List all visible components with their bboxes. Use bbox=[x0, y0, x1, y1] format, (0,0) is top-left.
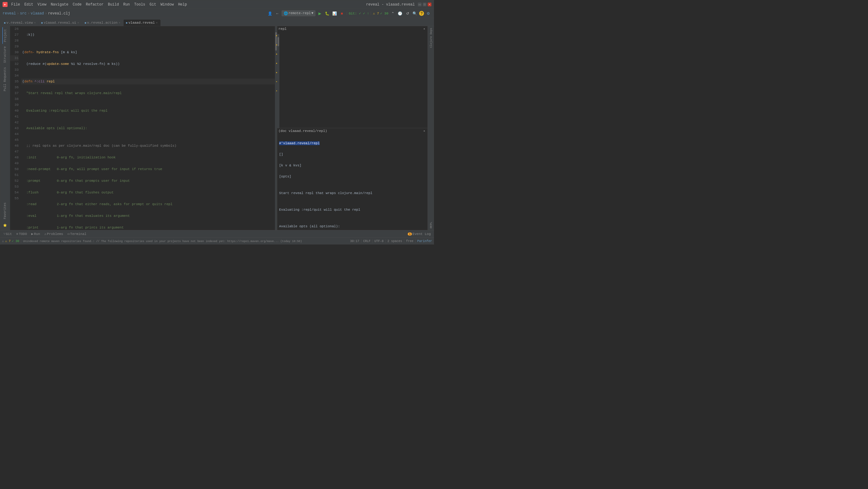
tab-bar: v.reveal.view × vlaaad.reveal.ui × v.rev… bbox=[0, 18, 434, 26]
sidebar-tab-project[interactable]: Project bbox=[2, 27, 8, 44]
history-button[interactable]: 🕐 bbox=[397, 10, 403, 16]
breadcrumb-reveal[interactable]: reveal bbox=[3, 11, 16, 16]
sidebar-tab-favorites[interactable]: Favorites bbox=[3, 201, 8, 221]
status-warning-count: ⚠ 7 bbox=[5, 239, 11, 243]
code-lines[interactable]: :k)) (defn- hydrate-fns [m & ks] (reduce… bbox=[21, 26, 275, 230]
code-line-41: :prompt 0-arg fn that prompts user for i… bbox=[21, 178, 275, 184]
menu-navigate[interactable]: Navigate bbox=[49, 2, 70, 7]
menu-run[interactable]: Run bbox=[121, 2, 132, 7]
code-line-43: :read 2-arg fn that either reads, asks f… bbox=[21, 201, 275, 207]
tab-close-vlaaad-reveal[interactable]: × bbox=[156, 21, 158, 24]
revert-button[interactable]: ↺ bbox=[404, 10, 411, 16]
code-line-42: :flush 0-arg fn that flushes output bbox=[21, 190, 275, 196]
line-numbers: 26 27 28 29 30 31 32 33 34 35 36 37 38 3… bbox=[10, 26, 21, 230]
tab-close-vlaaad-reveal-ui[interactable]: × bbox=[77, 21, 79, 24]
bottom-tab-problems[interactable]: ⚠ Problems bbox=[42, 231, 65, 237]
expand-button[interactable]: ⌃ bbox=[390, 10, 396, 16]
breadcrumb-src[interactable]: src bbox=[20, 11, 27, 16]
menu-tools[interactable]: Tools bbox=[132, 2, 147, 7]
bottom-tab-run[interactable]: ▶ Run bbox=[30, 231, 42, 237]
close-button[interactable]: × bbox=[428, 2, 432, 6]
left-sidebar: Project Structure Pull Requests Favorite… bbox=[0, 26, 10, 230]
code-line-31: (defn ^:cli repl bbox=[21, 79, 275, 85]
breadcrumb: reveal › src › vlaaad › reveal.clj bbox=[3, 11, 70, 16]
menu-git[interactable]: Git bbox=[148, 2, 158, 7]
menu-code[interactable]: Code bbox=[71, 2, 84, 7]
remote-repl-button[interactable]: 🌐 remote-repl ▼ bbox=[282, 10, 315, 16]
repl-top-scrollbar[interactable] bbox=[277, 34, 279, 128]
sidebar-tab-pull-requests[interactable]: Pull Requests bbox=[3, 65, 8, 93]
git-status: Git: ✓ ✓ ↑ bbox=[349, 11, 369, 16]
bottom-tab-git[interactable]: ⑂ Git bbox=[2, 232, 14, 237]
repl-top-panel: repl × repl repl => vlaaad.reveal/repl bbox=[277, 26, 428, 128]
code-editor: 26 27 28 29 30 31 32 33 34 35 36 37 38 3… bbox=[10, 26, 277, 230]
coverage-button[interactable]: 📊 bbox=[331, 10, 338, 16]
clojure-deps-icon[interactable]: Clojure Deps bbox=[429, 27, 433, 49]
menu-build[interactable]: Build bbox=[106, 2, 121, 7]
warning-count: ⚠ 7 bbox=[373, 11, 379, 16]
editor-area: 26 27 28 29 30 31 32 33 34 35 36 37 38 3… bbox=[10, 26, 434, 230]
repl-top-content[interactable]: repl repl => vlaaad.reveal/repl bbox=[277, 32, 428, 34]
menu-edit[interactable]: Edit bbox=[23, 2, 35, 7]
tab-close-v-reveal-action[interactable]: × bbox=[118, 21, 121, 24]
editor-scrollbar[interactable] bbox=[275, 26, 277, 230]
code-line-38: ;; repl opts as per clojure.main/repl do… bbox=[21, 143, 275, 149]
maximize-button[interactable]: □ bbox=[423, 2, 427, 6]
sidebar-tab-structure[interactable]: Structure bbox=[3, 45, 8, 65]
debug-button[interactable]: 🐛 bbox=[324, 10, 330, 16]
help-icon-button[interactable]: ? bbox=[419, 11, 424, 16]
window-controls: — □ × bbox=[418, 2, 432, 6]
search-button[interactable]: 🔍 bbox=[412, 10, 418, 16]
tab-close-v-reveal-view[interactable]: × bbox=[34, 21, 36, 24]
repl-bottom-line-8: Evaluating :repl/quit will quit the repl bbox=[279, 207, 426, 212]
breadcrumb-vlaaad[interactable]: vlaaad bbox=[31, 11, 44, 16]
tab-v-reveal-view[interactable]: v.reveal.view × bbox=[2, 20, 39, 26]
bottom-toolbar: ⑂ Git ≡ TODO ▶ Run ⚠ Problems ▭ Terminal… bbox=[0, 230, 434, 238]
repl-bottom-content[interactable]: #'vlaaad.reveal/repl [] [k v & kvs] [opt… bbox=[277, 134, 428, 230]
code-line-28: (defn- hydrate-fns [m & ks] bbox=[21, 50, 275, 55]
menu-help[interactable]: Help bbox=[176, 2, 189, 7]
run-button[interactable]: ▶ bbox=[317, 10, 323, 16]
repl-bottom-line-4: [opts] bbox=[279, 174, 426, 179]
main-window: ▶ File Edit View Navigate Code Refactor … bbox=[0, 0, 434, 244]
status-position: 30:17 bbox=[350, 239, 359, 243]
menu-window[interactable]: Window bbox=[159, 2, 176, 7]
bottom-tab-todo[interactable]: ≡ TODO bbox=[14, 232, 29, 237]
menu-view[interactable]: View bbox=[36, 2, 48, 7]
minimize-button[interactable]: — bbox=[418, 2, 422, 6]
status-vcs: free bbox=[406, 239, 413, 243]
repl-bottom-line-3: [k v & kvs] bbox=[279, 163, 426, 168]
menu-refactor[interactable]: Refactor bbox=[84, 2, 105, 7]
repl-bottom-line-10: Available opts (all optional): bbox=[279, 224, 426, 229]
code-line-44: :eval 1-arg fn that evaluates its argume… bbox=[21, 213, 275, 219]
menu-file[interactable]: File bbox=[9, 2, 22, 7]
status-line-ending: CRLF bbox=[363, 239, 370, 243]
repl-bottom-line-2: [] bbox=[279, 152, 426, 157]
settings-button[interactable]: ⚙ bbox=[425, 10, 432, 16]
repl-bottom-title: (doc vlaaad.reveal/repl) bbox=[278, 129, 327, 133]
window-title: reveal - vlaaad.reveal bbox=[366, 2, 415, 7]
bottom-tab-terminal[interactable]: ▭ Terminal bbox=[66, 231, 88, 237]
tab-v-reveal-action[interactable]: v.reveal.action × bbox=[82, 20, 123, 26]
breadcrumb-file: reveal.clj bbox=[48, 11, 70, 16]
code-content: 26 27 28 29 30 31 32 33 34 35 36 37 38 3… bbox=[10, 26, 277, 230]
stop-button[interactable]: ■ bbox=[339, 10, 345, 16]
editor-scrollbar-thumb[interactable] bbox=[275, 32, 277, 51]
repl-bottom-close-btn[interactable]: × bbox=[422, 129, 427, 133]
profile-button[interactable]: 👤 bbox=[267, 10, 273, 16]
status-encoding: UTF-8 bbox=[374, 239, 383, 243]
repl-bottom-line-1: #'vlaaad.reveal/repl bbox=[279, 141, 426, 146]
event-log-tab[interactable]: 1 Event Log bbox=[406, 232, 433, 237]
tab-vlaaad-reveal-ui[interactable]: vlaaad.reveal.ui × bbox=[39, 20, 82, 26]
status-ok-count: ✓ 30 bbox=[12, 239, 19, 243]
tab-vlaaad-reveal[interactable]: vlaaad.reveal × bbox=[123, 20, 160, 26]
repl-bottom-line-6: Start reveal repl that wraps clojure.mai… bbox=[279, 190, 426, 196]
repl-top-scrollbar-thumb[interactable] bbox=[278, 37, 279, 47]
sidebar-star-icon[interactable]: ⭐ bbox=[1, 222, 9, 229]
status-indent: 2 spaces bbox=[387, 239, 402, 243]
back-button[interactable]: ← bbox=[274, 10, 280, 16]
code-line-36: Available opts (all optional): bbox=[21, 125, 275, 131]
code-line-34: Evaluating :repl/quit will quit the repl bbox=[21, 108, 275, 114]
repl-icon[interactable]: REPL bbox=[429, 221, 433, 230]
repl-top-close-btn[interactable]: × bbox=[422, 27, 427, 31]
